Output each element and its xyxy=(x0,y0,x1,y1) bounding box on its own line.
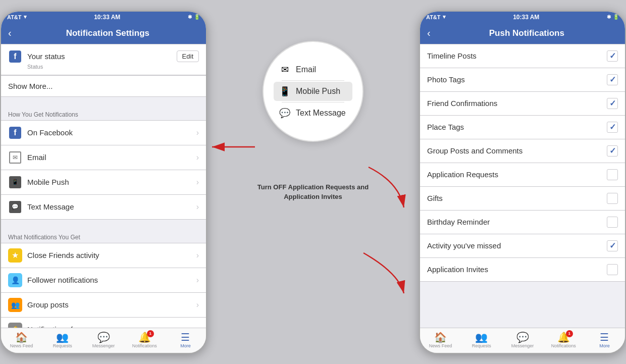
left-fb-icon: f xyxy=(9,127,21,139)
left-text-message-chevron: › xyxy=(196,202,199,212)
left-close-friends-item[interactable]: ★ Close Friends activity › xyxy=(1,243,206,268)
left-edit-button[interactable]: Edit xyxy=(177,50,199,62)
left-spacer1 xyxy=(1,97,206,107)
left-on-facebook-item[interactable]: f On Facebook › xyxy=(1,121,206,145)
popup-email-text: Email xyxy=(296,65,316,74)
right-friend-confirmations-item[interactable]: Friend Confirmations xyxy=(420,92,625,116)
right-tab-messenger[interactable]: 💬 Messenger xyxy=(502,328,543,353)
right-content: Timeline Posts Photo Tags Friend Confirm… xyxy=(420,44,625,328)
right-newsfeed-icon: 🏠 xyxy=(434,332,447,342)
right-nav-title: Push Notifications xyxy=(436,28,618,38)
right-nav-bar: ‹ Push Notifications xyxy=(420,23,625,44)
left-text-message-item[interactable]: 💬 Text Message › xyxy=(1,195,206,219)
left-email-chevron: › xyxy=(196,153,199,162)
right-tab-more[interactable]: ☰ More xyxy=(584,328,625,353)
right-tab-newsfeed[interactable]: 🏠 News Feed xyxy=(420,328,461,353)
left-email-icon: ✉ xyxy=(9,151,21,164)
left-close-friends-icon-wrapper: ★ xyxy=(8,248,22,263)
right-application-requests-label: Application Requests xyxy=(427,170,607,179)
right-tab-requests[interactable]: 👥 Requests xyxy=(461,328,502,353)
right-messenger-icon: 💬 xyxy=(516,332,529,342)
left-tab-bar: 🏠 News Feed 👥 Requests 💬 Messenger 🔔 1 xyxy=(1,328,206,353)
popup-email-icon: ✉ xyxy=(279,64,291,75)
right-place-tags-item[interactable]: Place Tags xyxy=(420,116,625,139)
circle-popup: ✉ Email 📱 Mobile Push 💬 Text Message xyxy=(263,41,363,142)
right-birthday-reminder-item[interactable]: Birthday Reminder xyxy=(420,211,625,234)
right-group-posts-comments-checkbox[interactable] xyxy=(607,145,618,157)
right-status-right: ✱ 🔋 xyxy=(607,14,619,20)
right-application-requests-checkbox[interactable] xyxy=(607,169,618,180)
right-status-left: AT&T ▾ xyxy=(426,14,446,20)
left-section1-header: How You Get Notifications xyxy=(1,107,206,120)
left-follower-chevron: › xyxy=(196,276,199,285)
left-phone-wrapper: AT&T ▾ 10:33 AM ✱ 🔋 ‹ Notification Setti… xyxy=(0,11,207,354)
left-group-posts-label: Group posts xyxy=(27,300,196,309)
right-timeline-posts-checkbox[interactable] xyxy=(607,50,618,62)
annotation-text: Turn OFF Application Requests andApplica… xyxy=(257,183,369,200)
left-close-friends-label: Close Friends activity xyxy=(27,251,196,259)
right-back-button[interactable]: ‹ xyxy=(427,27,431,39)
left-fb-status-icon: f xyxy=(9,50,21,63)
right-application-invites-item[interactable]: Application Invites xyxy=(420,258,625,281)
left-notif-for-item[interactable]: 🔔 Notifications for... › xyxy=(1,318,206,328)
left-tab-more[interactable]: ☰ More xyxy=(165,328,206,353)
right-more-label: More xyxy=(599,343,610,348)
right-requests-icon: 👥 xyxy=(475,332,488,342)
left-status-sub: Status xyxy=(8,64,43,70)
left-tab-requests[interactable]: 👥 Requests xyxy=(42,328,83,353)
left-back-button[interactable]: ‹ xyxy=(8,27,12,39)
left-tab-messenger[interactable]: 💬 Messenger xyxy=(83,328,124,353)
left-group-posts-chevron: › xyxy=(196,300,199,309)
left-email-item[interactable]: ✉ Email › xyxy=(1,145,206,170)
right-tab-notifications[interactable]: 🔔 1 Notifications xyxy=(543,328,584,353)
popup-mobile-push-item: 📱 Mobile Push xyxy=(274,82,352,101)
right-gifts-item[interactable]: Gifts xyxy=(420,187,625,211)
left-status-icon: f xyxy=(8,49,22,64)
right-carrier: AT&T xyxy=(426,14,441,20)
left-email-icon-wrapper: ✉ xyxy=(8,150,22,165)
right-timeline-posts-item[interactable]: Timeline Posts xyxy=(420,44,625,68)
left-tab-notifications[interactable]: 🔔 1 Notifications xyxy=(124,328,165,353)
left-status-item[interactable]: f Your status Edit Status xyxy=(1,44,206,75)
left-mobile-push-item[interactable]: 📱 Mobile Push › xyxy=(1,170,206,195)
left-follower-label: Follower notifications xyxy=(27,276,196,284)
popup-mobile-push-icon: 📱 xyxy=(279,86,291,97)
right-group-posts-comments-item[interactable]: Group Posts and Comments xyxy=(420,139,625,163)
right-birthday-reminder-checkbox[interactable] xyxy=(607,217,618,228)
left-tab-newsfeed[interactable]: 🏠 News Feed xyxy=(1,328,42,353)
left-group-posts-item[interactable]: 👥 Group posts › xyxy=(1,293,206,318)
right-application-requests-item[interactable]: Application Requests xyxy=(420,163,625,187)
right-activity-missed-checkbox[interactable] xyxy=(607,240,618,251)
left-time: 10:33 AM xyxy=(94,14,120,21)
left-status-left: AT&T ▾ xyxy=(7,14,27,20)
right-gifts-checkbox[interactable] xyxy=(607,193,618,204)
left-newsfeed-icon: 🏠 xyxy=(15,332,28,342)
left-mobile-push-label: Mobile Push xyxy=(27,178,196,186)
right-activity-missed-item[interactable]: Activity you've missed xyxy=(420,234,625,258)
right-photo-tags-checkbox[interactable] xyxy=(607,74,618,85)
right-requests-label: Requests xyxy=(472,343,491,348)
right-place-tags-checkbox[interactable] xyxy=(607,122,618,133)
left-notif-for-icon: 🔔 xyxy=(8,323,22,328)
left-wifi-icon: ▾ xyxy=(24,14,27,20)
right-application-invites-label: Application Invites xyxy=(427,265,607,274)
right-photo-tags-item[interactable]: Photo Tags xyxy=(420,68,625,92)
left-text-message-icon-wrapper: 💬 xyxy=(8,200,22,214)
right-photo-tags-label: Photo Tags xyxy=(427,75,607,84)
left-group-posts-icon: 👥 xyxy=(8,298,22,312)
left-on-facebook-chevron: › xyxy=(196,128,199,137)
left-carrier: AT&T xyxy=(7,14,22,20)
left-messenger-icon: 💬 xyxy=(97,332,110,342)
popup-text-message-icon: 💬 xyxy=(279,108,291,119)
left-text-message-label: Text Message xyxy=(27,202,196,211)
right-application-invites-checkbox[interactable] xyxy=(607,264,618,275)
left-show-more[interactable]: Show More... xyxy=(1,75,206,97)
right-status-bar: AT&T ▾ 10:33 AM ✱ 🔋 xyxy=(420,12,625,23)
left-follower-icon: 👤 xyxy=(8,273,22,287)
left-requests-icon: 👥 xyxy=(56,332,69,342)
left-mobile-push-icon-wrapper: 📱 xyxy=(8,175,22,189)
popup-mobile-push-text: Mobile Push xyxy=(296,87,340,96)
left-phone: AT&T ▾ 10:33 AM ✱ 🔋 ‹ Notification Setti… xyxy=(0,11,207,354)
left-follower-item[interactable]: 👤 Follower notifications › xyxy=(1,268,206,293)
right-friend-confirmations-checkbox[interactable] xyxy=(607,98,618,109)
